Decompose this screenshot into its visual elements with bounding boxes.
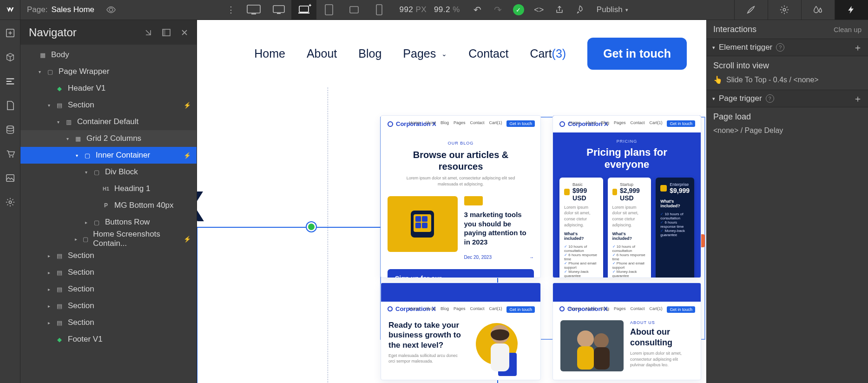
arrow-icon: ▸ <box>46 320 51 325</box>
breakpoint-mobile[interactable] <box>367 0 392 20</box>
page-load-line[interactable]: <none> / Page Delay <box>707 125 868 140</box>
publish-button[interactable]: Publish ▾ <box>590 5 635 14</box>
cleanup-button[interactable]: Clean up <box>834 26 861 33</box>
tree-body[interactable]: ▦Body <box>20 46 197 63</box>
chevron-down-icon: ▾ <box>625 7 628 13</box>
more-menu[interactable]: ⋮ <box>221 0 241 20</box>
tree-div-block[interactable]: ▾▢Div Block <box>20 164 197 180</box>
nav-pages[interactable]: Pages⌄ <box>403 47 447 60</box>
tree-footer[interactable]: ◆Footer V1 <box>20 331 197 348</box>
preview-toggle[interactable] <box>101 0 121 20</box>
tree-header[interactable]: ◆Header V1 <box>20 80 197 97</box>
svg-point-12 <box>9 156 10 158</box>
slide-to-top-line[interactable]: 👆 Slide To Top - 0.4s / <none> <box>707 73 868 90</box>
style-manager-tab[interactable] <box>801 0 835 20</box>
ecommerce-button[interactable] <box>5 148 16 159</box>
bolt-icon: ⚡ <box>184 152 191 159</box>
nav-contact[interactable]: Contact <box>468 47 508 60</box>
symbols-button[interactable] <box>5 52 16 63</box>
breakpoint-tablet[interactable] <box>316 0 342 20</box>
svg-point-26 <box>577 330 594 347</box>
tree-home-screenshots[interactable]: ▸▢Home Screenshots Contain...⚡ <box>20 231 197 247</box>
nav-cart[interactable]: Cart(3) <box>530 47 566 60</box>
help-icon[interactable]: ? <box>776 43 784 52</box>
tree-section-4[interactable]: ▸▤Section <box>20 281 197 297</box>
cart-icon <box>5 149 15 159</box>
blog-tag: OUR BLOG <box>381 141 540 145</box>
settings-button[interactable] <box>5 197 16 208</box>
arrow-icon: ▾ <box>56 119 60 125</box>
add-page-trigger[interactable]: ＋ <box>853 92 862 105</box>
add-element-button[interactable] <box>5 27 16 39</box>
page-trigger-row[interactable]: ▾ Page trigger ? ＋ <box>707 90 868 107</box>
scroll-into-view-label[interactable]: Scroll into view <box>707 56 868 73</box>
canvas[interactable]: Home About Blog Pages⌄ Contact Cart(3) G… <box>197 20 706 383</box>
nav-home[interactable]: Home <box>254 47 285 60</box>
cube-icon <box>5 52 15 62</box>
element-trigger-label: Element trigger <box>719 43 772 52</box>
breakpoint-mobile-l[interactable] <box>342 0 367 20</box>
dock-panel-button[interactable] <box>162 29 171 36</box>
canvas-area[interactable]: Home About Blog Pages⌄ Contact Cart(3) G… <box>197 20 706 383</box>
tree-heading-1[interactable]: H1Heading 1 <box>20 180 197 197</box>
tree-label: Heading 1 <box>114 184 151 193</box>
code-export[interactable]: <> <box>529 0 549 20</box>
mobile-landscape-icon <box>349 5 359 15</box>
canvas-width-value: 992 <box>399 5 413 14</box>
tree-buttons-row[interactable]: ▸▢Buttons Row <box>20 214 197 231</box>
heading-icon: H1 <box>102 186 110 192</box>
add-element-trigger[interactable]: ＋ <box>853 41 862 54</box>
desktop-icon <box>273 5 285 14</box>
tree-section-2[interactable]: ▸▤Section <box>20 247 197 264</box>
audit-button[interactable] <box>570 0 590 20</box>
arrow-icon: ▸ <box>84 220 88 225</box>
tree-page-wrapper[interactable]: ▾▢Page Wrapper <box>20 63 197 80</box>
assets-button[interactable] <box>5 172 16 184</box>
tree-section-3[interactable]: ▸▤Section <box>20 264 197 281</box>
shot-about: Corporation X HomeAboutBlogPagesContactC… <box>552 283 701 380</box>
svg-rect-25 <box>491 343 509 371</box>
navigator-button[interactable] <box>5 76 16 87</box>
tree-section-5[interactable]: ▸▤Section <box>20 297 197 314</box>
droplets-icon <box>813 5 823 15</box>
help-icon[interactable]: ? <box>766 94 774 103</box>
interactions-panel-tab[interactable] <box>835 0 868 20</box>
collapse-panel-button[interactable] <box>145 29 152 36</box>
status-ok[interactable]: ✓ <box>508 0 529 20</box>
tree-section-1[interactable]: ▾▤Section⚡ <box>20 97 197 113</box>
undo-button[interactable]: ↶ <box>467 0 488 20</box>
tree-mg-bottom[interactable]: PMG Bottom 40px <box>20 197 197 214</box>
nav-about[interactable]: About <box>307 47 337 60</box>
close-panel-button[interactable] <box>181 29 188 36</box>
undo-icon: ↶ <box>473 4 481 15</box>
svg-rect-29 <box>594 347 610 370</box>
share-button[interactable] <box>549 0 570 20</box>
webflow-logo[interactable] <box>0 0 20 20</box>
tree-section-6[interactable]: ▸▤Section <box>20 314 197 331</box>
page-selector[interactable]: Page: Sales Home <box>20 5 101 14</box>
svg-rect-0 <box>247 5 260 13</box>
element-trigger-row[interactable]: ▾ Element trigger ? ＋ <box>707 39 868 56</box>
settings-panel-tab[interactable] <box>768 0 801 20</box>
nav-cta-button[interactable]: Get in touch <box>587 38 687 70</box>
bolt-icon: ⚡ <box>184 102 191 109</box>
tree-label: Page Wrapper <box>59 67 109 76</box>
redo-button[interactable]: ↷ <box>488 0 508 20</box>
page-load-label[interactable]: Page load <box>707 107 868 125</box>
selection-handle[interactable] <box>307 222 316 231</box>
div-icon: ▢ <box>82 236 89 243</box>
svg-rect-5 <box>298 13 309 13</box>
canvas-width-readout[interactable]: 992 PX 99.2 % <box>392 5 467 14</box>
style-panel-tab[interactable] <box>734 0 768 20</box>
tree-container-default[interactable]: ▾▥Container Default <box>20 113 197 130</box>
breakpoint-desktop[interactable] <box>266 0 291 20</box>
nav-blog[interactable]: Blog <box>358 47 381 60</box>
pages-button[interactable] <box>5 100 16 111</box>
breakpoint-laptop[interactable]: ✦ <box>291 0 316 20</box>
cms-button[interactable] <box>5 124 16 135</box>
tree-inner-container[interactable]: ▾▢Inner Container⚡ <box>20 147 197 164</box>
breakpoint-desktop-xl[interactable] <box>241 0 266 20</box>
tree-label: Body <box>51 50 69 59</box>
tree-grid2[interactable]: ▾▦Grid 2 Columns <box>20 130 197 147</box>
arrow-icon: ▸ <box>74 237 78 242</box>
